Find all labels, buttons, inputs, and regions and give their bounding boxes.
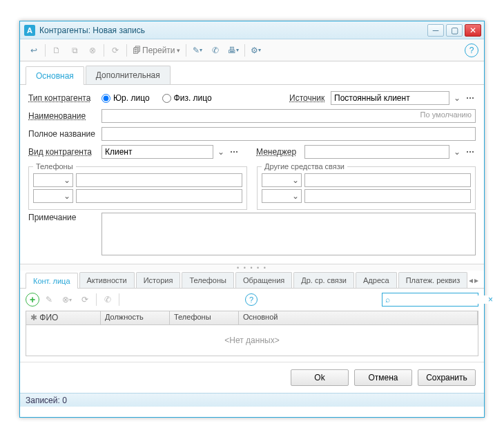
comm-type-2[interactable]: ⌄: [262, 189, 302, 203]
comm-type-1[interactable]: ⌄: [262, 173, 302, 187]
gear-icon[interactable]: ⚙▾: [248, 42, 264, 59]
chevron-down-icon: ▾: [177, 47, 180, 54]
label-type: Тип контрагента: [28, 93, 101, 103]
status-records: Записей: 0: [26, 396, 67, 405]
sub-help-icon[interactable]: ?: [245, 293, 258, 306]
phone-input-2[interactable]: [76, 189, 242, 203]
manager-chevron-icon[interactable]: ⌄: [452, 147, 463, 157]
app-logo: A: [24, 25, 35, 36]
othercomm-fieldset: Другие средства связи ⌄ ⌄: [257, 162, 476, 210]
manager-input[interactable]: [304, 145, 449, 159]
minimize-button[interactable]: ─: [427, 24, 444, 37]
label-source: Источник: [289, 93, 331, 103]
col-phones[interactable]: Телефоны: [170, 311, 239, 324]
main-toolbar: ↩ 🗋 ⧉ ⊗ ⟳ 🗐 Перейти ▾ ✎▾ ✆ 🖶▾ ⚙▾ ?: [20, 39, 484, 61]
save-button[interactable]: Сохранить: [418, 369, 476, 386]
data-grid: ✱ ФИО Должность Телефоны Основной <Нет д…: [26, 311, 478, 356]
sub-phone-icon[interactable]: ✆: [99, 291, 116, 308]
footer-buttons: Ok Отмена Сохранить: [20, 362, 484, 393]
subtab-activities[interactable]: Активности: [79, 272, 135, 288]
goto-icon: 🗐: [133, 46, 141, 55]
cancel-button[interactable]: Отмена: [354, 369, 412, 386]
search-box[interactable]: ⌕ ×: [382, 293, 478, 307]
grid-header: ✱ ФИО Должность Телефоны Основной: [26, 311, 478, 325]
window-title: Контрагенты: Новая запись: [39, 26, 427, 35]
fullname-input[interactable]: [101, 127, 476, 141]
print-icon[interactable]: 🖶▾: [225, 42, 242, 59]
splitter[interactable]: • • • • •: [20, 264, 484, 271]
back-icon[interactable]: ↩: [26, 42, 42, 59]
subtab-othercomm[interactable]: Др. ср. связи: [293, 272, 354, 288]
search-input[interactable]: [393, 295, 488, 304]
radio-individual-label: Физ. лицо: [174, 93, 212, 103]
col-main[interactable]: Основной: [239, 311, 478, 324]
phone-type-1[interactable]: ⌄: [33, 173, 73, 187]
copy-icon[interactable]: ⧉: [66, 42, 83, 59]
comm-input-1[interactable]: [304, 173, 471, 187]
search-icon: ⌕: [385, 295, 390, 304]
add-button[interactable]: +: [26, 293, 39, 307]
sub-toolbar: + ✎ ⊗▾ ⟳ ✆ ? ⌕ ×: [20, 289, 484, 311]
kind-more-icon[interactable]: ⋯: [229, 147, 240, 157]
subtab-contacts[interactable]: Конт. лица: [26, 273, 78, 289]
titlebar: A Контрагенты: Новая запись ─ ▢ ✕: [20, 21, 484, 39]
status-bar: Записей: 0: [20, 393, 484, 407]
radio-legal-label: Юр. лицо: [113, 93, 150, 103]
main-tabs: Основная Дополнительная: [20, 61, 484, 85]
subtab-next-icon[interactable]: ▸: [474, 275, 478, 285]
subtab-phones[interactable]: Телефоны: [182, 272, 234, 288]
search-clear-icon[interactable]: ×: [488, 295, 493, 304]
close-button[interactable]: ✕: [465, 24, 481, 37]
othercomm-legend: Другие средства связи: [262, 162, 347, 171]
source-chevron-icon[interactable]: ⌄: [452, 93, 463, 103]
name-input[interactable]: [101, 109, 476, 123]
phone-icon[interactable]: ✆: [207, 42, 224, 59]
kind-chevron-icon[interactable]: ⌄: [215, 147, 226, 157]
radio-legal[interactable]: Юр. лицо: [101, 93, 150, 103]
phone-type-2[interactable]: ⌄: [33, 189, 73, 203]
comm-input-2[interactable]: [304, 189, 471, 203]
phones-fieldset: Телефоны ⌄ ⌄: [28, 162, 247, 210]
sub-refresh-icon[interactable]: ⟳: [77, 291, 93, 308]
source-input[interactable]: [331, 91, 449, 105]
tab-main[interactable]: Основная: [26, 66, 84, 85]
phones-legend: Телефоны: [33, 162, 76, 171]
new-icon[interactable]: 🗋: [48, 42, 65, 59]
kind-input[interactable]: [101, 145, 213, 159]
note-textarea[interactable]: [101, 213, 476, 255]
grid-empty: <Нет данных>: [26, 325, 478, 356]
label-kind: Вид контрагента: [28, 147, 101, 157]
maximize-button[interactable]: ▢: [446, 24, 463, 37]
manager-more-icon[interactable]: ⋯: [465, 147, 476, 157]
label-fullname: Полное название: [28, 129, 101, 139]
edit-icon[interactable]: ✎▾: [189, 42, 206, 59]
refresh-icon[interactable]: ⟳: [107, 42, 124, 59]
subtab-addresses[interactable]: Адреса: [356, 272, 397, 288]
form-panel: Тип контрагента Юр. лицо Физ. лицо Источ…: [20, 85, 484, 264]
subtab-prev-icon[interactable]: ◂: [469, 275, 473, 285]
help-icon[interactable]: ?: [465, 43, 478, 57]
phone-input-1[interactable]: [76, 173, 242, 187]
label-name: Наименование: [28, 111, 101, 121]
radio-individual[interactable]: Физ. лицо: [162, 93, 212, 103]
label-manager: Менеджер: [256, 147, 304, 157]
sub-edit-icon[interactable]: ✎: [41, 291, 57, 308]
delete-icon[interactable]: ⊗: [84, 42, 101, 59]
goto-label: Перейти: [142, 46, 175, 55]
window: A Контрагенты: Новая запись ─ ▢ ✕ ↩ 🗋 ⧉ …: [19, 21, 485, 418]
tab-extra[interactable]: Дополнительная: [86, 66, 171, 84]
subtab-history[interactable]: История: [136, 272, 181, 288]
subtab-appeals[interactable]: Обращения: [235, 272, 292, 288]
goto-dropdown[interactable]: 🗐 Перейти ▾: [130, 42, 183, 59]
subtab-payreq[interactable]: Платеж. реквиз: [398, 272, 468, 288]
sub-delete-icon[interactable]: ⊗▾: [59, 291, 75, 308]
col-position[interactable]: Должность: [101, 311, 170, 324]
sub-tabs: Конт. лица Активности История Телефоны О…: [20, 271, 484, 289]
label-note: Примечание: [28, 213, 101, 222]
col-fio[interactable]: ✱ ФИО: [26, 311, 101, 324]
ok-button[interactable]: Ok: [291, 369, 349, 386]
source-more-icon[interactable]: ⋯: [465, 93, 476, 103]
